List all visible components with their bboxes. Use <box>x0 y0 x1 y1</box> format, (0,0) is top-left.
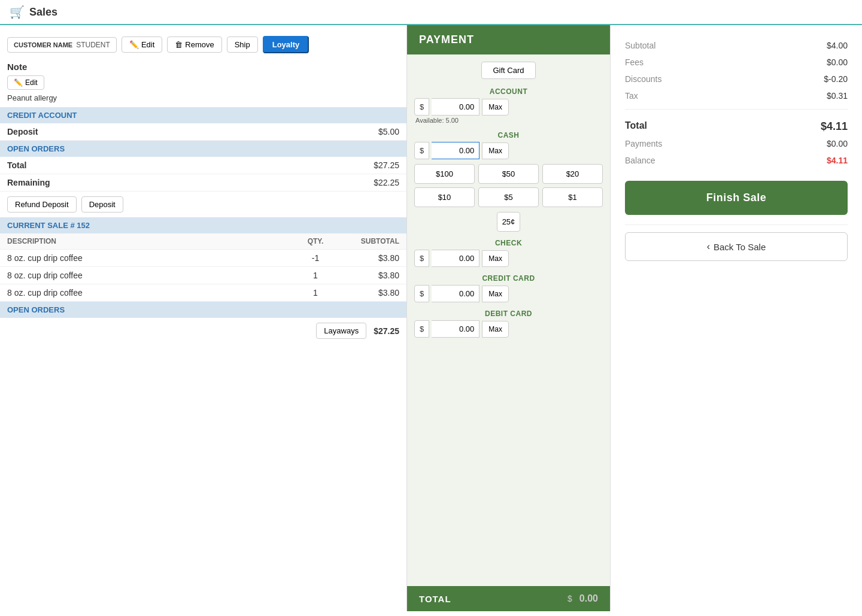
edit-note-button[interactable]: ✏️ Edit <box>7 75 44 90</box>
denom-20-button[interactable]: $20 <box>542 164 603 184</box>
credit-account-header: CREDIT ACCOUNT <box>0 107 406 123</box>
check-payment-method: CHECK $ Max <box>414 239 603 267</box>
edit-customer-button[interactable]: ✏️ Edit <box>122 37 162 53</box>
discounts-row: Discounts $-0.20 <box>625 71 848 87</box>
cash-input-row: $ Max <box>414 142 603 159</box>
balance-value: $4.11 <box>827 156 848 165</box>
account-currency: $ <box>414 98 429 116</box>
payment-total-currency: $ <box>567 594 572 603</box>
sale-table-header: DESCRIPTION QTY. SUBTOTAL <box>0 233 406 250</box>
subtotal-label: Subtotal <box>625 41 655 50</box>
open-orders-total-value: $27.25 <box>374 326 399 336</box>
fees-label: Fees <box>625 57 644 67</box>
item-sub-1: $3.80 <box>339 271 399 280</box>
ship-button[interactable]: Ship <box>227 37 258 53</box>
denomination-grid: $100 $50 $20 $10 $5 $1 <box>414 164 603 207</box>
check-label: CHECK <box>414 239 603 247</box>
trash-icon: 🗑 <box>175 40 183 49</box>
right-panel: Subtotal $4.00 Fees $0.00 Discounts $-0.… <box>611 25 862 611</box>
col-desc-header: DESCRIPTION <box>7 237 292 245</box>
account-input-row: $ Max <box>414 98 603 116</box>
refund-deposit-button[interactable]: Refund Deposit <box>7 196 77 213</box>
orders-action-row: Refund Deposit Deposit <box>0 192 406 217</box>
left-panel: CUSTOMER NAME STUDENT ✏️ Edit 🗑 Remove S… <box>0 25 407 611</box>
denom-quarter-row: 25¢ <box>414 212 603 232</box>
denom-5-button[interactable]: $5 <box>478 187 539 207</box>
denom-quarter-button[interactable]: 25¢ <box>497 212 521 232</box>
orders-total-row: Total $27.25 <box>0 157 406 174</box>
credit-card-payment-method: CREDIT CARD $ Max <box>414 274 603 302</box>
orders-remaining-row: Remaining $22.25 <box>0 174 406 192</box>
orders-total-label: Total <box>7 160 26 170</box>
account-available: Available: 5.00 <box>414 117 603 124</box>
credit-card-label: CREDIT CARD <box>414 274 603 283</box>
item-sub-0: $3.80 <box>339 253 399 263</box>
finish-sale-button[interactable]: Finish Sale <box>625 181 848 215</box>
note-section: Note ✏️ Edit Peanut allergy <box>0 57 406 107</box>
customer-row: CUSTOMER NAME STUDENT ✏️ Edit 🗑 Remove S… <box>0 32 406 57</box>
fees-value: $0.00 <box>827 57 848 67</box>
open-orders-header: OPEN ORDERS <box>0 141 406 157</box>
cash-max-button[interactable]: Max <box>482 142 509 159</box>
item-desc-1: 8 oz. cup drip coffee <box>7 271 292 280</box>
cash-label: CASH <box>414 131 603 139</box>
payment-header: PAYMENT <box>407 25 610 54</box>
debit-card-input[interactable] <box>432 320 479 338</box>
loyalty-button[interactable]: Loyalty <box>263 36 309 53</box>
item-sub-2: $3.80 <box>339 288 399 298</box>
gift-card-button[interactable]: Gift Card <box>481 62 535 79</box>
credit-card-max-button[interactable]: Max <box>482 286 509 302</box>
col-subtotal-header: SUBTOTAL <box>339 237 399 245</box>
item-qty-2: 1 <box>292 288 339 298</box>
denom-50-button[interactable]: $50 <box>478 164 539 184</box>
orders-total-value: $27.25 <box>374 160 399 170</box>
deposit-row: Deposit $5.00 <box>0 123 406 141</box>
page-title: Sales <box>29 6 57 19</box>
debit-card-payment-method: DEBIT CARD $ Max <box>414 309 603 338</box>
account-max-button[interactable]: Max <box>482 99 509 116</box>
item-desc-0: 8 oz. cup drip coffee <box>7 253 292 263</box>
layaways-button[interactable]: Layaways <box>316 323 366 339</box>
total-label: Total <box>625 120 647 133</box>
sales-icon: 🛒 <box>10 5 25 19</box>
total-value: $4.11 <box>821 120 848 133</box>
pencil-note-icon: ✏️ <box>14 78 23 87</box>
current-sale-header: CURRENT SALE # 152 <box>0 217 406 233</box>
subtotal-row: Subtotal $4.00 <box>625 37 848 54</box>
denom-100-button[interactable]: $100 <box>414 164 475 184</box>
check-input-row: $ Max <box>414 250 603 267</box>
discounts-value: $-0.20 <box>824 74 848 84</box>
account-input[interactable] <box>432 98 479 116</box>
open-orders-footer: Layaways $27.25 <box>0 318 406 344</box>
note-text: Peanut allergy <box>7 93 399 102</box>
tax-label: Tax <box>625 91 638 101</box>
cash-input[interactable] <box>432 142 479 159</box>
open-orders-footer-header: OPEN ORDERS <box>0 302 406 318</box>
chevron-left-icon: ‹ <box>707 241 710 252</box>
customer-name-badge: CUSTOMER NAME STUDENT <box>7 37 117 53</box>
discounts-label: Discounts <box>625 74 661 84</box>
payment-body: Gift Card ACCOUNT $ Max Available: 5.00 … <box>407 54 610 586</box>
denom-1-button[interactable]: $1 <box>542 187 603 207</box>
check-max-button[interactable]: Max <box>482 250 509 267</box>
denom-10-button[interactable]: $10 <box>414 187 475 207</box>
cash-currency: $ <box>414 142 429 159</box>
item-desc-2: 8 oz. cup drip coffee <box>7 288 292 298</box>
back-to-sale-button[interactable]: ‹ Back To Sale <box>625 232 848 261</box>
remove-customer-button[interactable]: 🗑 Remove <box>167 37 221 53</box>
payments-row: Payments $0.00 <box>625 135 848 152</box>
credit-card-input[interactable] <box>432 285 479 302</box>
debit-card-max-button[interactable]: Max <box>482 321 509 338</box>
pencil-icon: ✏️ <box>129 40 139 49</box>
orders-remaining-label: Remaining <box>7 178 50 187</box>
credit-card-currency: $ <box>414 285 429 302</box>
deposit-label: Deposit <box>7 127 38 136</box>
payment-total-row: TOTAL $ 0.00 <box>407 586 610 611</box>
fees-row: Fees $0.00 <box>625 54 848 71</box>
payment-panel: PAYMENT Gift Card ACCOUNT $ Max Availabl… <box>407 25 611 611</box>
payments-label: Payments <box>625 139 662 148</box>
debit-card-currency: $ <box>414 320 429 338</box>
check-input[interactable] <box>432 250 479 267</box>
debit-card-input-row: $ Max <box>414 320 603 338</box>
deposit-button[interactable]: Deposit <box>81 196 123 213</box>
